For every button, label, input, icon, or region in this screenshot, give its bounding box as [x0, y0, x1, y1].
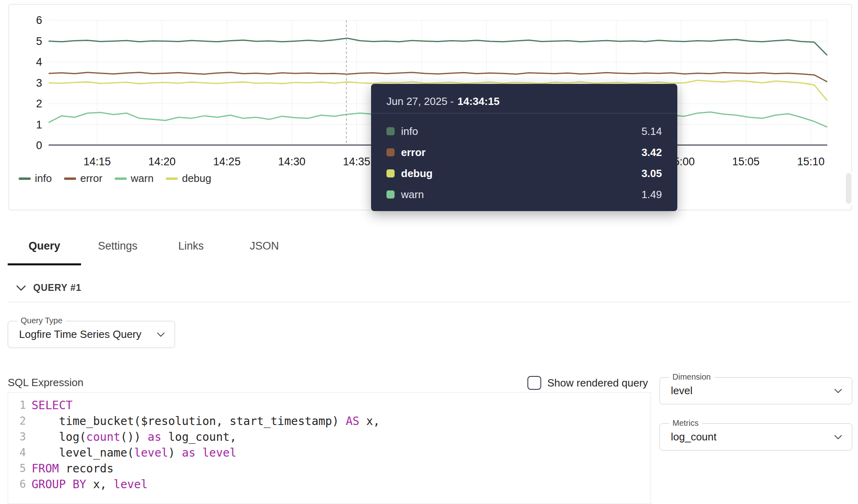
- code-text: time_bucket($resolution, start_timestamp…: [32, 413, 380, 429]
- y-axis-tick-label: 5: [20, 35, 42, 48]
- legend-swatch: [64, 177, 76, 180]
- tooltip-series-name: info: [401, 125, 635, 138]
- line-number: 3: [8, 429, 26, 445]
- code-line[interactable]: 4 level_name(level) as level: [8, 445, 651, 461]
- line-number: 6: [8, 476, 26, 492]
- tooltip-series-name: debug: [401, 167, 635, 180]
- scrollbar-thumb[interactable]: [846, 173, 852, 204]
- series-color-swatch: [386, 190, 395, 199]
- tab-settings[interactable]: Settings: [81, 229, 154, 265]
- chevron-down-icon: [16, 285, 26, 291]
- metrics-select[interactable]: Metrics log_count: [660, 423, 852, 451]
- page: infoerrorwarndebug Jun 27, 2025 -14:34:1…: [0, 0, 858, 504]
- tooltip-series-value: 3.05: [641, 167, 662, 180]
- x-axis-tick-label: 14:15: [83, 156, 111, 168]
- legend-label: debug: [182, 172, 211, 185]
- chevron-down-icon: [157, 332, 165, 337]
- y-axis-tick-label: 4: [20, 56, 42, 68]
- sql-editor[interactable]: 1SELECT2 time_bucket($resolution, start_…: [8, 392, 651, 504]
- chart-tooltip: Jun 27, 2025 -14:34:15 info5.14error3.42…: [371, 84, 677, 211]
- legend-label: info: [35, 172, 52, 185]
- x-axis-tick-label: 14:30: [278, 156, 305, 168]
- x-axis-tick-label: 15:05: [732, 156, 760, 168]
- series-color-swatch: [386, 169, 395, 177]
- tooltip-series-name: error: [401, 146, 635, 159]
- series-line-info: [49, 38, 827, 55]
- code-text: GROUP BY x, level: [32, 476, 148, 492]
- metrics-value: log_count: [671, 424, 717, 450]
- legend-swatch: [115, 177, 127, 180]
- y-axis-tick-label: 6: [20, 14, 42, 27]
- code-text: level_name(level) as level: [32, 445, 237, 461]
- y-axis-tick-label: 0: [20, 139, 42, 152]
- tab-links[interactable]: Links: [154, 229, 228, 265]
- legend-swatch: [166, 177, 178, 180]
- x-axis-tick-label: 14:35: [343, 156, 371, 168]
- tooltip-row-debug: debug3.05: [386, 163, 662, 184]
- code-line[interactable]: 3 log(count()) as log_count,: [8, 429, 651, 445]
- chevron-down-icon: [834, 435, 842, 440]
- chart-legend: infoerrorwarndebug: [19, 172, 211, 185]
- tooltip-row-warn: warn1.49: [386, 184, 662, 205]
- code-line[interactable]: 2 time_bucket($resolution, start_timesta…: [8, 413, 651, 429]
- series-color-swatch: [386, 148, 395, 156]
- legend-label: warn: [131, 172, 154, 185]
- line-number: 1: [8, 397, 26, 413]
- x-axis-tick-label: 15:10: [797, 156, 825, 168]
- legend-swatch: [19, 177, 31, 180]
- tab-json[interactable]: JSON: [228, 229, 301, 265]
- y-axis-tick-label: 1: [20, 118, 42, 131]
- query-type-select[interactable]: Query Type Logfire Time Series Query: [8, 321, 175, 348]
- legend-item-error[interactable]: error: [64, 172, 102, 185]
- series-line-error: [49, 73, 827, 82]
- tooltip-row-info: info5.14: [386, 121, 662, 142]
- chevron-down-icon: [834, 389, 842, 393]
- line-number: 4: [8, 445, 26, 461]
- legend-item-warn[interactable]: warn: [115, 172, 154, 185]
- legend-item-info[interactable]: info: [19, 172, 52, 185]
- tooltip-series-value: 5.14: [641, 125, 662, 138]
- query-section-title: QUERY #1: [33, 282, 81, 293]
- code-line[interactable]: 5FROM records: [8, 461, 651, 476]
- tooltip-series-value: 3.42: [641, 146, 662, 159]
- y-axis-tick-label: 3: [20, 77, 42, 90]
- tooltip-series-name: warn: [401, 188, 635, 201]
- tooltip-timestamp: Jun 27, 2025 -14:34:15: [386, 94, 662, 108]
- code-text: SELECT: [32, 397, 73, 413]
- tooltip-row-error: error3.42: [386, 142, 662, 163]
- sql-expression-label: SQL Expression: [8, 376, 83, 389]
- tab-bar: Query Settings Links JSON: [8, 229, 301, 265]
- query-type-value: Logfire Time Series Query: [19, 321, 141, 348]
- tooltip-series-value: 1.49: [641, 188, 662, 201]
- code-line[interactable]: 1SELECT: [8, 397, 651, 413]
- legend-label: error: [80, 172, 102, 185]
- tooltip-date: Jun 27, 2025 -: [386, 95, 454, 107]
- tooltip-time: 14:34:15: [457, 95, 499, 107]
- line-number: 5: [8, 461, 26, 476]
- legend-item-debug[interactable]: debug: [166, 172, 211, 185]
- tooltip-rows: info5.14error3.42debug3.05warn1.49: [386, 121, 662, 205]
- chart-scrollbar[interactable]: [844, 172, 853, 205]
- line-number: 2: [8, 413, 26, 429]
- show-rendered-label: Show rendered query: [547, 377, 648, 389]
- section-divider: [8, 302, 851, 302]
- x-axis-tick-label: 14:25: [213, 156, 241, 168]
- query-section-header[interactable]: QUERY #1: [16, 282, 81, 293]
- code-text: FROM records: [32, 461, 113, 476]
- y-axis-tick-label: 2: [20, 97, 42, 110]
- x-axis-tick-label: 14:20: [148, 156, 176, 168]
- series-color-swatch: [386, 127, 395, 135]
- dimension-value: level: [671, 378, 692, 404]
- tab-query[interactable]: Query: [8, 229, 81, 265]
- code-text: log(count()) as log_count,: [32, 429, 237, 445]
- tooltip-divider: [371, 113, 677, 113]
- code-line[interactable]: 6GROUP BY x, level: [8, 476, 651, 492]
- show-rendered-checkbox[interactable]: [527, 376, 541, 390]
- show-rendered-query-toggle[interactable]: Show rendered query: [527, 376, 648, 390]
- dimension-select[interactable]: Dimension level: [660, 377, 852, 404]
